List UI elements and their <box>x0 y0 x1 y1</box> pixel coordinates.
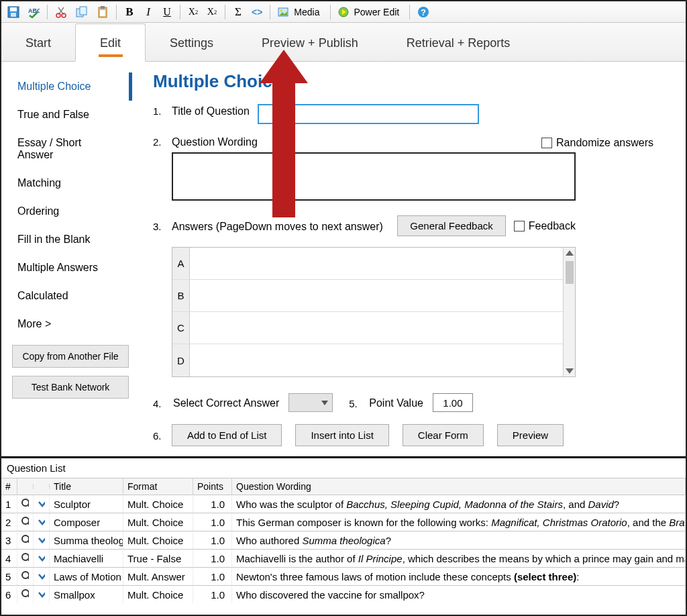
sidebar-item-multiple-choice[interactable]: Multiple Choice <box>1 72 132 101</box>
sidebar-item-true-false[interactable]: True and False <box>1 101 132 129</box>
preview-icon[interactable] <box>17 586 34 603</box>
preview-icon[interactable] <box>17 568 34 585</box>
media-button[interactable]: Media <box>274 3 325 21</box>
subscript-icon[interactable]: X2 <box>184 3 202 21</box>
tab-edit[interactable]: Edit <box>75 23 146 62</box>
question-list-title: Question List <box>1 458 686 478</box>
question-wording-input[interactable] <box>172 152 576 201</box>
question-row[interactable]: 3Summa theologiMult. Choice1.0Who author… <box>1 531 686 549</box>
randomize-checkbox-wrap[interactable]: Randomize answers <box>541 137 653 149</box>
svg-point-18 <box>22 499 29 506</box>
superscript-icon[interactable]: X2 <box>203 3 221 21</box>
sidebar-item-calculated[interactable]: Calculated <box>1 282 132 310</box>
clear-form-button[interactable]: Clear Form <box>403 424 484 446</box>
row-format: Mult. Choice <box>123 514 193 531</box>
dropdown-icon[interactable] <box>34 586 50 603</box>
row-num: 2 <box>1 514 17 531</box>
tab-settings[interactable]: Settings <box>146 24 237 61</box>
preview-icon[interactable] <box>17 531 34 549</box>
row-title: Laws of Motion <box>50 568 123 585</box>
randomize-label: Randomize answers <box>556 137 653 149</box>
preview-icon[interactable] <box>17 513 34 531</box>
wording-label: Question Wording <box>172 135 258 148</box>
answer-input-c[interactable] <box>190 312 575 344</box>
svg-rect-12 <box>100 10 105 16</box>
answers-scrollbar[interactable] <box>563 248 575 376</box>
preview-icon[interactable] <box>17 495 34 513</box>
cut-icon[interactable] <box>52 3 70 21</box>
dropdown-icon[interactable] <box>34 513 50 531</box>
sidebar-item-ordering[interactable]: Ordering <box>1 197 132 225</box>
row-number: 5. <box>349 397 360 409</box>
paste-icon[interactable] <box>93 3 112 21</box>
row-points: 1.0 <box>193 496 232 513</box>
feedback-checkbox-wrap[interactable]: Feedback <box>514 220 576 232</box>
sidebar-item-fill-blank[interactable]: Fill in the Blank <box>1 225 132 254</box>
dropdown-icon[interactable] <box>34 495 50 513</box>
italic-icon[interactable]: I <box>140 3 157 21</box>
preview-icon[interactable] <box>17 550 34 567</box>
answers-grid: A B C D <box>172 247 576 377</box>
insert-into-list-button[interactable]: Insert into List <box>295 424 388 446</box>
row-num: 5 <box>1 568 17 585</box>
dropdown-icon[interactable] <box>34 568 50 585</box>
underline-icon[interactable]: U <box>158 3 176 21</box>
dropdown-icon[interactable] <box>34 531 50 549</box>
question-row[interactable]: 6SmallpoxMult. Choice1.0Who discovered t… <box>1 585 686 603</box>
sidebar-item-more[interactable]: More > <box>1 310 132 338</box>
row-title: Smallpox <box>50 586 123 603</box>
add-to-list-button[interactable]: Add to End of List <box>172 424 282 446</box>
dropdown-icon[interactable] <box>34 550 50 567</box>
sidebar-item-essay[interactable]: Essay / Short Answer <box>1 129 132 169</box>
svg-line-19 <box>28 505 29 509</box>
spellcheck-icon[interactable]: ABC <box>24 3 43 21</box>
point-value-label: Point Value <box>369 396 423 409</box>
code-icon[interactable]: <> <box>248 3 266 21</box>
answer-letter: C <box>172 312 190 344</box>
power-edit-button[interactable]: Power Edit <box>335 3 406 21</box>
row-points: 1.0 <box>193 586 232 603</box>
row-number: 4. <box>153 397 164 409</box>
row-num: 4 <box>1 550 17 567</box>
row-format: Mult. Choice <box>123 532 193 549</box>
answer-letter: D <box>172 344 190 376</box>
test-bank-network-button[interactable]: Test Bank Network <box>12 376 129 399</box>
help-icon[interactable]: ? <box>414 3 433 21</box>
sigma-icon[interactable]: Σ <box>229 3 247 21</box>
answer-input-b[interactable] <box>190 280 575 311</box>
row-format: Mult. Choice <box>123 586 193 603</box>
tab-preview-publish[interactable]: Preview + Publish <box>237 24 382 61</box>
title-input[interactable] <box>258 104 479 124</box>
question-row[interactable]: 2ComposerMult. Choice1.0This German comp… <box>1 513 686 531</box>
bold-icon[interactable]: B <box>121 3 138 21</box>
row-format: True - False <box>123 550 193 567</box>
svg-point-14 <box>280 9 282 12</box>
answer-input-d[interactable] <box>190 344 575 376</box>
tab-start[interactable]: Start <box>1 24 75 61</box>
answers-label: Answers (PageDown moves to next answer) <box>172 219 383 233</box>
row-points: 1.0 <box>193 568 232 585</box>
row-points: 1.0 <box>193 532 232 549</box>
randomize-checkbox[interactable] <box>541 138 552 148</box>
svg-line-23 <box>28 542 29 545</box>
sidebar-item-matching[interactable]: Matching <box>1 169 132 197</box>
copy-from-file-button[interactable]: Copy from Another File <box>12 345 129 368</box>
question-row[interactable]: 4MachiavelliTrue - False1.0Machiavelli i… <box>1 549 686 567</box>
sidebar-item-multiple-answers[interactable]: Multiple Answers <box>1 254 132 282</box>
row-title: Machiavelli <box>50 550 123 567</box>
copy-icon[interactable] <box>72 3 92 21</box>
general-feedback-button[interactable]: General Feedback <box>397 215 505 236</box>
col-points: Points <box>193 478 232 495</box>
save-icon[interactable] <box>4 3 23 21</box>
point-value-input[interactable] <box>433 393 473 412</box>
question-list-panel: Question List # Title Format Points Ques… <box>1 456 686 603</box>
col-format: Format <box>123 478 193 495</box>
tab-retrieval-reports[interactable]: Retrieval + Reports <box>382 24 535 61</box>
preview-button[interactable]: Preview <box>497 424 564 446</box>
question-row[interactable]: 1SculptorMult. Choice1.0Who was the scul… <box>1 495 686 513</box>
feedback-checkbox[interactable] <box>514 221 525 232</box>
correct-answer-select[interactable] <box>288 393 333 412</box>
question-row[interactable]: 5Laws of MotionMult. Answer1.0Newton's t… <box>1 567 686 585</box>
answer-input-a[interactable] <box>190 248 575 279</box>
row-num: 1 <box>1 496 17 513</box>
